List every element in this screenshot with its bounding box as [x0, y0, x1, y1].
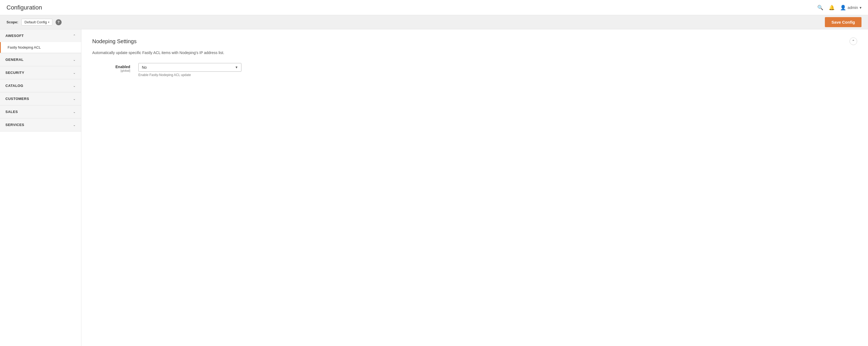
catalog-chevron-icon: ⌄ [73, 84, 76, 88]
form-field-group-enabled: No Yes ▼ Enable Fastly-Nodeping ACL upda… [138, 63, 274, 77]
user-icon: 👤 [840, 5, 846, 10]
sidebar-section-services: SERVICES ⌄ [0, 118, 81, 132]
header: Configuration 🔍 🔔 👤 admin ▾ [0, 0, 868, 15]
sidebar-section-header-general[interactable]: GENERAL ⌄ [0, 53, 81, 66]
user-name: admin [848, 5, 858, 10]
scope-left: Scope: Default Config ▾ ? [6, 19, 62, 26]
help-icon[interactable]: ? [56, 19, 62, 25]
user-menu[interactable]: 👤 admin ▾ [840, 5, 862, 10]
awesoft-chevron-icon: ⌃ [73, 34, 76, 38]
form-select-wrapper-enabled: No Yes ▼ [138, 63, 241, 72]
sidebar-section-title-customers: CUSTOMERS [5, 97, 29, 101]
general-chevron-icon: ⌄ [73, 58, 76, 62]
sidebar-section-title-sales: SALES [5, 110, 18, 114]
section-description: Automatically update specific Fastly ACL… [92, 51, 857, 55]
user-chevron-icon: ▾ [860, 5, 862, 10]
form-label-enabled: Enabled [92, 65, 130, 69]
sidebar-section-customers: CUSTOMERS ⌄ [0, 92, 81, 105]
services-chevron-icon: ⌄ [73, 123, 76, 127]
sidebar-section-header-services[interactable]: SERVICES ⌄ [0, 118, 81, 131]
scope-bar: Scope: Default Config ▾ ? Save Config [0, 15, 868, 29]
form-label-sub-enabled: [global] [92, 69, 130, 72]
sidebar-section-title-catalog: CATALOG [5, 84, 23, 88]
content-area: Nodeping Settings ⌃ Automatically update… [82, 29, 868, 346]
main-container: AWESOFT ⌃ Fastly Nodeping ACL GENERAL ⌄ … [0, 29, 868, 346]
sidebar-item-fastly-nodeping-acl[interactable]: Fastly Nodeping ACL [0, 42, 81, 53]
scope-chevron-icon: ▾ [48, 21, 50, 24]
sidebar-section-general: GENERAL ⌄ [0, 53, 81, 66]
sidebar-section-header-catalog[interactable]: CATALOG ⌄ [0, 79, 81, 92]
enabled-select[interactable]: No Yes [138, 63, 241, 72]
form-hint-enabled: Enable Fastly-Nodeping ACL update [138, 73, 274, 77]
content-section-title: Nodeping Settings [92, 38, 136, 45]
sidebar-section-header-security[interactable]: SECURITY ⌄ [0, 66, 81, 79]
sidebar-section-security: SECURITY ⌄ [0, 66, 81, 79]
sidebar-section-awesoft: AWESOFT ⌃ Fastly Nodeping ACL [0, 29, 81, 53]
security-chevron-icon: ⌄ [73, 71, 76, 75]
sidebar-item-label-fastly-nodeping-acl: Fastly Nodeping ACL [8, 45, 41, 50]
header-actions: 🔍 🔔 👤 admin ▾ [817, 5, 862, 10]
scope-value: Default Config [24, 20, 46, 24]
scope-select[interactable]: Default Config ▾ [22, 19, 52, 26]
sales-chevron-icon: ⌄ [73, 110, 76, 114]
save-config-button[interactable]: Save Config [825, 17, 862, 27]
content-section-header: Nodeping Settings ⌃ [92, 37, 857, 45]
sidebar-section-catalog: CATALOG ⌄ [0, 79, 81, 92]
form-label-group-enabled: Enabled [global] [92, 63, 130, 72]
page-title: Configuration [6, 4, 42, 11]
form-row-enabled: Enabled [global] No Yes ▼ Enable Fastly-… [92, 63, 857, 77]
bell-icon[interactable]: 🔔 [829, 5, 835, 10]
search-icon[interactable]: 🔍 [817, 5, 823, 10]
sidebar-section-header-sales[interactable]: SALES ⌄ [0, 105, 81, 118]
sidebar-section-title-security: SECURITY [5, 70, 24, 75]
scope-label: Scope: [6, 20, 18, 24]
sidebar: AWESOFT ⌃ Fastly Nodeping ACL GENERAL ⌄ … [0, 29, 82, 346]
customers-chevron-icon: ⌄ [73, 97, 76, 101]
collapse-button[interactable]: ⌃ [849, 37, 857, 45]
sidebar-section-header-awesoft[interactable]: AWESOFT ⌃ [0, 29, 81, 42]
sidebar-section-sales: SALES ⌄ [0, 105, 81, 118]
sidebar-section-title-awesoft: AWESOFT [5, 34, 24, 38]
sidebar-section-title-services: SERVICES [5, 123, 24, 127]
sidebar-section-header-customers[interactable]: CUSTOMERS ⌄ [0, 92, 81, 105]
sidebar-section-title-general: GENERAL [5, 58, 24, 62]
